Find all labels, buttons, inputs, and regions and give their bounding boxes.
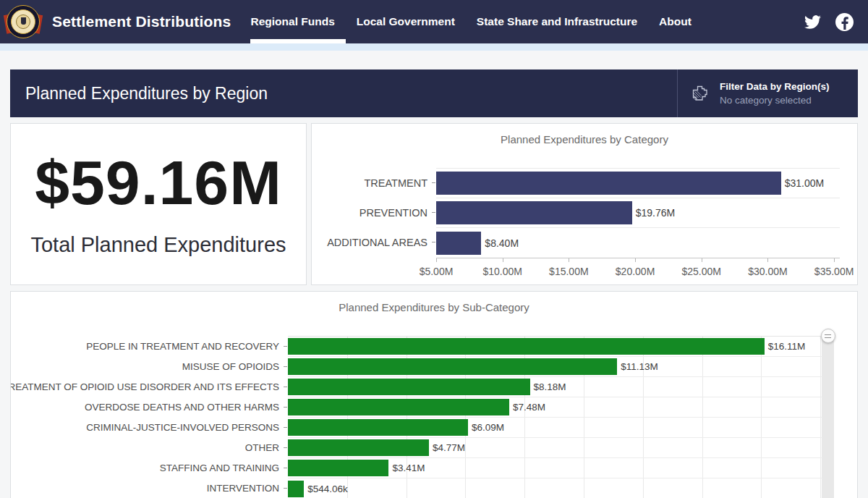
x-tick-mark xyxy=(503,258,503,262)
bar-row: $11.13M xyxy=(288,357,822,377)
nav-tab-about[interactable]: About xyxy=(659,0,692,43)
category-label: OVERDOSE DEATHS AND OTHER HARMS xyxy=(11,397,288,417)
bar-value-label: $7.48M xyxy=(513,402,545,413)
category-chart-card: Planned Expenditures by Category TREATME… xyxy=(311,123,858,285)
x-tick-label: $25.00M xyxy=(681,266,720,277)
filter-status: No category selected xyxy=(720,95,830,106)
chart-title-category: Planned Expenditures by Category xyxy=(312,133,857,146)
bar-overdose-deaths-and-other-harms[interactable] xyxy=(288,399,509,415)
category-label-text: TREATMENT xyxy=(364,177,427,189)
bar-row: $6.09M xyxy=(288,418,822,438)
seal-shield xyxy=(21,17,26,25)
bar-row: $19.76M xyxy=(436,198,840,228)
bar-treatment-of-opioid-use-disorder-and-its-effects[interactable] xyxy=(288,379,530,395)
category-tick-mark xyxy=(284,447,287,448)
category-tick-mark xyxy=(432,182,435,183)
bar-value-label: $31.00M xyxy=(785,177,824,189)
category-label: TREATMENT xyxy=(312,168,436,198)
bar-row: $4.77M xyxy=(288,438,822,458)
category-label: TREATMENT OF OPIOID USE DISORDER AND ITS… xyxy=(11,376,288,397)
region-filter-icon xyxy=(690,83,710,104)
bar-value-label: $16.11M xyxy=(768,341,806,352)
category-tick-mark xyxy=(284,387,287,387)
region-filter-button[interactable]: Filter Data by Region(s) No category sel… xyxy=(677,69,858,117)
bar-value-label: $8.40M xyxy=(485,237,519,249)
x-tick-mark xyxy=(436,258,437,262)
category-label-text: PREVENTION xyxy=(359,207,427,219)
top-navbar: Settlement Distributions Regional FundsL… xyxy=(0,0,868,43)
category-tick-mark xyxy=(284,488,287,489)
category-tick-mark xyxy=(284,366,287,367)
category-label-text: MISUSE OF OPIOIDS xyxy=(182,361,279,372)
chart-zoom-slider-handle[interactable] xyxy=(821,329,835,343)
x-tick-label: $5.00M xyxy=(420,266,454,277)
nav-tab-local-government[interactable]: Local Government xyxy=(357,0,455,43)
bar-treatment[interactable] xyxy=(436,172,781,195)
x-tick-mark xyxy=(635,258,636,262)
bar-value-label: $11.13M xyxy=(621,361,658,372)
bar-value-label: $3.41M xyxy=(392,463,425,473)
chart-zoom-slider-track[interactable] xyxy=(822,336,834,498)
nav-tab-state-share-and-infrastructure[interactable]: State Share and Infrastructure xyxy=(477,0,637,43)
twitter-icon[interactable] xyxy=(804,14,821,30)
category-label-text: TREATMENT OF OPIOID USE DISORDER AND ITS… xyxy=(10,381,279,392)
category-label: PEOPLE IN TREATMENT AND RECOVERY xyxy=(11,336,288,356)
bar-row: $7.48M xyxy=(288,397,822,418)
bar-value-label: $544.06k xyxy=(307,484,348,494)
chart-title-subcategory: Planned Expenditures by Sub-Category xyxy=(11,301,857,314)
category-tick-mark xyxy=(284,427,287,428)
category-tick-mark xyxy=(284,346,287,347)
kpi-value: $59.16M xyxy=(35,151,282,214)
x-tick-label: $30.00M xyxy=(748,266,787,277)
category-label-text: INTERVENTION xyxy=(207,483,279,494)
category-label-text: STAFFING AND TRAINING xyxy=(160,463,279,473)
subcategory-axis-labels: PEOPLE IN TREATMENT AND RECOVERYMISUSE O… xyxy=(11,336,288,498)
x-tick-label: $10.00M xyxy=(482,266,522,277)
bar-staffing-and-training[interactable] xyxy=(288,460,388,476)
facebook-icon[interactable] xyxy=(835,13,854,31)
nav-tabs: Regional FundsLocal GovernmentState Shar… xyxy=(251,0,692,43)
bar-people-in-treatment-and-recovery[interactable] xyxy=(288,338,765,355)
category-label: STAFFING AND TRAINING xyxy=(11,457,288,478)
category-label-text: PEOPLE IN TREATMENT AND RECOVERY xyxy=(86,341,279,352)
x-tick-mark xyxy=(834,258,835,262)
category-label-text: ADDITIONAL AREAS xyxy=(327,237,427,248)
category-label: PREVENTION xyxy=(312,198,436,227)
bar-row: $544.06k xyxy=(288,478,822,498)
x-tick-label: $20.00M xyxy=(616,266,655,277)
category-label: CRIMINAL-JUSTICE-INVOLVED PERSONS xyxy=(11,417,288,437)
bar-value-label: $8.18M xyxy=(534,381,566,392)
category-label-text: OTHER xyxy=(245,442,279,453)
category-label: OTHER xyxy=(11,437,288,457)
x-tick-label: $15.00M xyxy=(549,266,588,277)
accent-strip xyxy=(0,43,868,51)
filter-text: Filter Data by Region(s) No category sel… xyxy=(720,81,830,106)
state-seal-logo xyxy=(7,5,40,38)
kpi-label: Total Planned Expenditures xyxy=(30,233,286,257)
bar-other[interactable] xyxy=(288,439,429,456)
bar-row: $31.00M xyxy=(436,169,840,198)
bar-misuse-of-opioids[interactable] xyxy=(288,358,617,375)
category-label: INTERVENTION xyxy=(11,478,288,498)
bar-intervention[interactable] xyxy=(288,481,304,497)
category-label: MISUSE OF OPIOIDS xyxy=(11,356,288,376)
x-tick-mark xyxy=(569,258,569,262)
chart-body: TREATMENTPREVENTIONADDITIONAL AREAS $31.… xyxy=(312,168,857,258)
top-widgets-row: $59.16M Total Planned Expenditures Plann… xyxy=(10,123,858,285)
category-tick-mark xyxy=(284,468,287,468)
nav-tab-regional-funds[interactable]: Regional Funds xyxy=(251,0,335,43)
bar-row: $8.40M xyxy=(436,228,840,258)
page-banner: Planned Expenditures by Region Filter Da… xyxy=(10,69,858,117)
subcategory-chart-card: Planned Expenditures by Sub-Category PEO… xyxy=(10,291,858,498)
bar-value-label: $4.77M xyxy=(433,442,465,453)
bar-additional-areas[interactable] xyxy=(436,232,481,255)
category-label-text: CRIMINAL-JUSTICE-INVOLVED PERSONS xyxy=(86,422,279,433)
category-label: ADDITIONAL AREAS xyxy=(312,227,436,257)
bar-criminal-justice-involved-persons[interactable] xyxy=(288,419,468,436)
app-title: Settlement Distributions xyxy=(52,13,231,30)
bar-prevention[interactable] xyxy=(436,201,632,224)
category-label-text: OVERDOSE DEATHS AND OTHER HARMS xyxy=(85,402,279,413)
bar-row: $16.11M xyxy=(288,337,822,357)
kpi-card-total-expenditures: $59.16M Total Planned Expenditures xyxy=(10,123,307,285)
x-tick-mark xyxy=(702,258,702,262)
